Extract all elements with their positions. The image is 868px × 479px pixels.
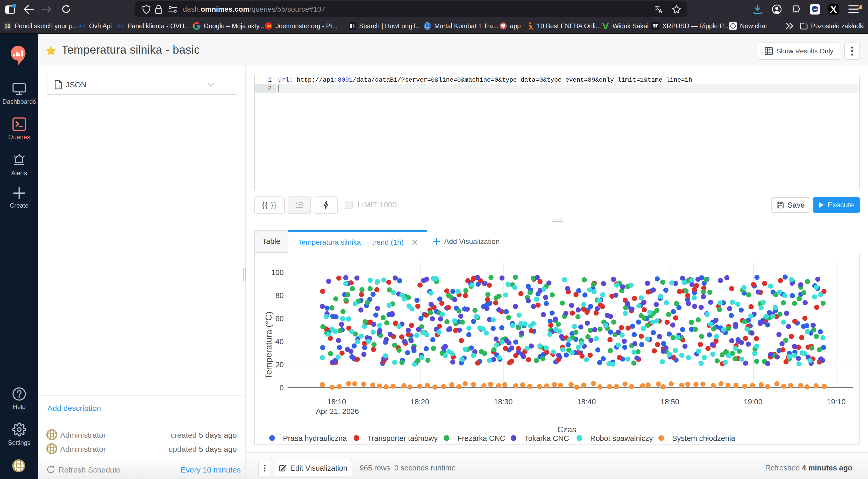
svg-text:A: A <box>658 8 662 14</box>
svg-text:{...}: {...} <box>56 84 60 88</box>
svg-text:10: 10 <box>4 23 10 29</box>
